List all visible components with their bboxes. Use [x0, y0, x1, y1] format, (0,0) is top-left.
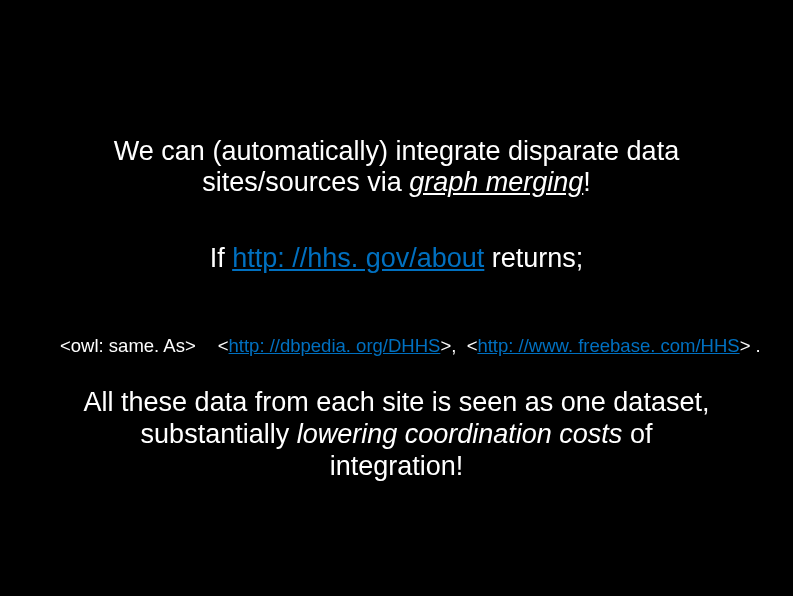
- link-freebase-hhs[interactable]: http: //www. freebase. com/HHS: [477, 335, 739, 356]
- text-fragment: sites/sources via: [202, 167, 409, 197]
- angle-open: <: [218, 335, 229, 356]
- emphasis-graph-merging: graph merging: [409, 167, 583, 197]
- emphasis-lowering-costs: lowering coordination costs: [297, 419, 623, 449]
- text-fragment: returns;: [484, 243, 583, 273]
- paragraph-2: If http: //hhs. gov/about returns;: [0, 243, 793, 274]
- text-line: All these data from each site is seen as…: [84, 387, 710, 417]
- text-line: We can (automatically) integrate dispara…: [114, 136, 679, 166]
- text-fragment: > .: [740, 335, 761, 356]
- text-fragment: >,: [440, 335, 456, 356]
- text-line: integration!: [330, 451, 464, 481]
- paragraph-1: We can (automatically) integrate dispara…: [0, 136, 793, 198]
- text-fragment: substantially: [141, 419, 297, 449]
- text-fragment: If: [210, 243, 233, 273]
- angle-open: <: [467, 335, 478, 356]
- owl-sameas-row: <owl: same. As><http: //dbpedia. org/DHH…: [60, 335, 760, 357]
- owl-predicate: <owl: same. As>: [60, 335, 196, 356]
- link-hhs-about[interactable]: http: //hhs. gov/about: [232, 243, 484, 273]
- paragraph-3: All these data from each site is seen as…: [0, 387, 793, 483]
- slide: We can (automatically) integrate dispara…: [0, 0, 793, 596]
- link-dbpedia-dhhs[interactable]: http: //dbpedia. org/DHHS: [229, 335, 441, 356]
- text-fragment: !: [583, 167, 591, 197]
- text-fragment: of: [622, 419, 652, 449]
